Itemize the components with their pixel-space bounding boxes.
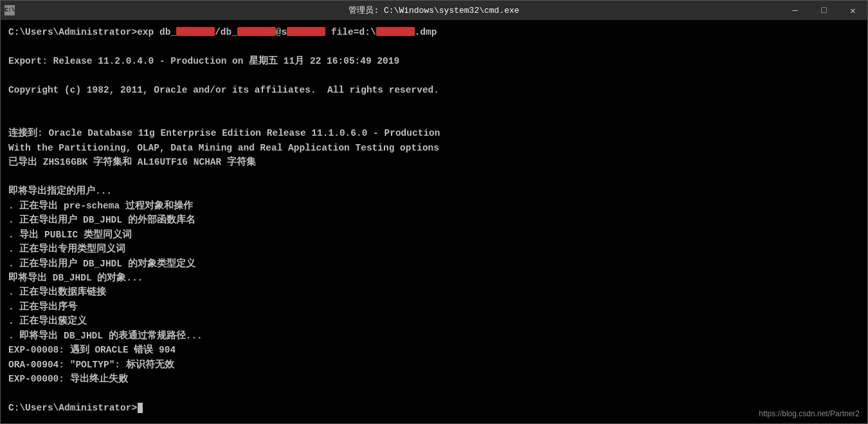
- redacted-block: [176, 27, 215, 37]
- copyright-line: Copyright (c) 1982, 2011, Oracle and/or …: [8, 83, 860, 97]
- partitioning-line: With the Partitioning, OLAP, Data Mining…: [8, 141, 860, 155]
- db-links-line: . 正在导出数据库链接: [8, 285, 860, 299]
- cluster-def-line: . 正在导出簇定义: [8, 314, 860, 328]
- foreign-lib-line: . 正在导出用户 DB_JHDL 的外部函数库名: [8, 213, 860, 227]
- redacted-block: [237, 27, 276, 37]
- terminal-line-empty: [8, 68, 860, 82]
- redacted-block: [287, 27, 325, 37]
- tables-line: . 即将导出 DB_JHDL 的表通过常规路径...: [8, 329, 860, 343]
- terminal-line: C:\Users\Administrator>exp db_ /db_ @s f…: [8, 25, 860, 39]
- terminal-line-empty: [8, 112, 860, 126]
- exporting-obj-line: 即将导出 DB_JHDL 的对象...: [8, 271, 860, 285]
- window-title: 管理员: C:\Windows\system32\cmd.exe: [348, 5, 519, 16]
- sequences-line: . 正在导出序号: [8, 300, 860, 314]
- ora-error-line: ORA-00904: "POLTYP": 标识符无效: [8, 358, 860, 372]
- redacted-block: [376, 27, 415, 37]
- close-button[interactable]: ✕: [838, 1, 867, 20]
- maximize-button[interactable]: □: [809, 1, 838, 20]
- private-synonym-line: . 正在导出专用类型同义词: [8, 242, 860, 256]
- exp-error-line: EXP-00008: 遇到 ORACLE 错误 904: [8, 343, 860, 357]
- cursor: [138, 403, 143, 413]
- charset-line: 已导出 ZHS16GBK 字符集和 AL16UTF16 NCHAR 字符集: [8, 155, 860, 169]
- connect-line: 连接到: Oracle Database 11g Enterprise Edit…: [8, 126, 860, 140]
- watermark: https://blog.csdn.net/Partner2: [759, 409, 860, 418]
- preschema-line: . 正在导出 pre-schema 过程对象和操作: [8, 199, 860, 213]
- exporting-user-line: 即将导出指定的用户...: [8, 184, 860, 198]
- title-bar: C:\ 管理员: C:\Windows\system32\cmd.exe — □…: [1, 1, 867, 20]
- terminal-line-empty: [8, 170, 860, 184]
- window-icon: C:\: [5, 5, 15, 15]
- terminal-line-empty: [8, 39, 860, 53]
- prompt-line: C:\Users\Administrator>: [8, 401, 860, 415]
- minimize-button[interactable]: —: [781, 1, 809, 20]
- terminal-body: C:\Users\Administrator>exp db_ /db_ @s f…: [1, 20, 867, 423]
- object-type-line: . 正在导出用户 DB_JHDL 的对象类型定义: [8, 257, 860, 271]
- terminal-line-empty: [8, 387, 860, 401]
- window-controls: — □ ✕: [781, 1, 867, 20]
- exp-fail-line: EXP-00000: 导出终止失败: [8, 372, 860, 386]
- cmd-window: C:\ 管理员: C:\Windows\system32\cmd.exe — □…: [0, 0, 868, 424]
- terminal-line-empty: [8, 97, 860, 111]
- export-release-line: Export: Release 11.2.0.4.0 - Production …: [8, 54, 860, 68]
- public-synonym-line: . 导出 PUBLIC 类型同义词: [8, 228, 860, 242]
